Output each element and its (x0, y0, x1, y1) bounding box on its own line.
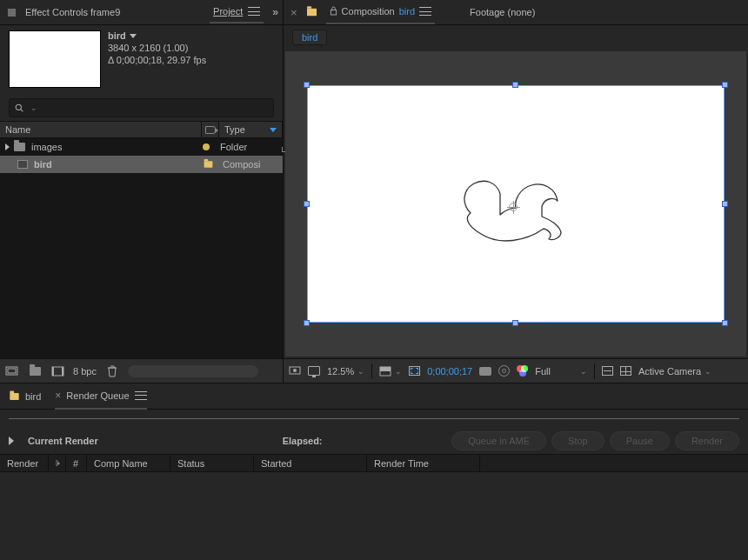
project-tab[interactable]: Project (210, 1, 264, 23)
column-number[interactable]: # (66, 455, 87, 471)
twirl-icon[interactable] (9, 437, 14, 445)
transparency-grid-icon[interactable] (308, 366, 320, 376)
column-started[interactable]: Started (254, 455, 367, 471)
chevron-down-icon[interactable] (130, 34, 137, 38)
selected-item-name: bird (108, 30, 126, 41)
selected-item-dimensions: 3840 x 2160 (1.00) (108, 43, 206, 53)
composition-thumbnail[interactable] (9, 30, 101, 88)
queue-in-ame-button[interactable]: Queue in AME (451, 431, 546, 450)
composition-icon (17, 160, 28, 169)
pause-button[interactable]: Pause (610, 431, 670, 450)
svg-rect-7 (331, 10, 336, 14)
column-render-time[interactable]: Render Time (367, 455, 480, 471)
progress-indicator (128, 365, 258, 377)
view-dropdown[interactable]: Active Camera⌄ (638, 366, 711, 377)
transform-handle[interactable] (304, 82, 310, 88)
active-comp-name[interactable]: bird (399, 6, 415, 17)
twirl-icon[interactable] (5, 143, 10, 150)
project-color-depth[interactable]: 8 bpc (73, 366, 97, 377)
close-icon[interactable]: × (291, 6, 297, 19)
transform-handle[interactable] (512, 82, 518, 88)
label-color-icon[interactable] (204, 161, 213, 168)
project-comp-row[interactable]: bird Composi (0, 156, 283, 173)
transform-handle[interactable] (722, 320, 728, 326)
label-color-dot[interactable] (203, 143, 210, 150)
search-icon (15, 103, 24, 113)
svg-rect-11 (380, 367, 391, 371)
current-render-label: Current Render (28, 436, 98, 446)
render-queue-columns: Render # Comp Name Status Started Render… (0, 454, 748, 472)
channel-icon[interactable] (517, 365, 528, 377)
stop-button[interactable]: Stop (551, 431, 604, 450)
panel-menu-icon[interactable] (135, 391, 147, 400)
transform-handle[interactable] (722, 82, 728, 88)
lock-icon[interactable] (330, 6, 337, 17)
trash-icon[interactable] (105, 366, 119, 377)
interpret-footage-icon[interactable] (5, 366, 19, 377)
label-color-icon (307, 9, 317, 17)
svg-line-1 (21, 109, 23, 111)
mask-visibility-icon[interactable] (409, 366, 420, 376)
effect-controls-icon (7, 8, 17, 17)
comp-breadcrumb-chip[interactable]: bird (292, 30, 327, 45)
svg-rect-3 (8, 369, 16, 373)
transform-handle[interactable] (512, 320, 518, 326)
project-item-list: images Folder bird Composi (0, 138, 283, 173)
label-color-icon (10, 393, 18, 400)
panel-menu-icon[interactable] (248, 7, 260, 16)
region-of-interest-icon[interactable] (602, 366, 613, 376)
snapshot-icon[interactable] (479, 367, 491, 376)
project-folder-row[interactable]: images Folder (0, 138, 283, 156)
elapsed-label: Elapsed: (283, 436, 323, 446)
column-render[interactable]: Render (0, 455, 49, 471)
column-status[interactable]: Status (170, 455, 254, 471)
transform-handle[interactable] (304, 320, 310, 326)
expand-panels-icon[interactable]: » (272, 6, 276, 18)
layer-bounding-box (307, 85, 725, 323)
new-folder-icon[interactable] (28, 366, 42, 377)
folder-icon (14, 143, 25, 151)
column-label[interactable] (49, 455, 66, 471)
grid-guides-icon[interactable] (620, 366, 631, 376)
resolution-dropdown[interactable]: Full⌄ (535, 366, 587, 377)
svg-point-9 (293, 369, 297, 372)
current-time[interactable]: 0;00;00;17 (427, 366, 472, 377)
column-comp-name[interactable]: Comp Name (87, 455, 170, 471)
composition-tab[interactable]: Composition bird (326, 1, 435, 24)
svg-rect-5 (52, 367, 54, 376)
footage-tab[interactable]: Footage (none) (470, 7, 535, 17)
svg-point-0 (16, 104, 21, 110)
project-panel: Effect Controls frame9 Project » bird 38… (0, 0, 284, 383)
render-queue-tab[interactable]: × Render Queue (55, 383, 146, 410)
new-composition-icon[interactable] (50, 366, 64, 377)
composition-viewer[interactable] (285, 51, 746, 357)
svg-rect-6 (62, 367, 63, 376)
selected-item-duration: Δ 0;00;00;18, 29.97 fps (108, 55, 206, 65)
column-type[interactable]: Type (219, 122, 283, 137)
transform-handle[interactable] (304, 201, 310, 207)
timeline-tab[interactable]: bird (9, 383, 41, 410)
render-button[interactable]: Render (675, 431, 739, 450)
composition-panel: × Composition bird Footage (none) bird (284, 0, 748, 383)
resolution-toggle-icon[interactable]: ⌄ (379, 366, 402, 377)
panel-menu-icon[interactable] (419, 7, 431, 16)
zoom-dropdown[interactable]: 12.5%⌄ (327, 366, 364, 377)
project-search-input[interactable]: ⌄ (9, 98, 274, 117)
close-icon[interactable]: × (55, 390, 61, 402)
show-snapshot-icon[interactable] (498, 365, 510, 377)
column-label[interactable] (202, 122, 219, 137)
render-queue-panel: bird × Render Queue Current Render Elaps… (0, 383, 748, 560)
transform-handle[interactable] (722, 201, 728, 207)
effect-controls-tab[interactable]: Effect Controls frame9 (25, 7, 120, 17)
always-preview-icon[interactable] (289, 365, 301, 377)
column-name[interactable]: Name (0, 122, 202, 137)
